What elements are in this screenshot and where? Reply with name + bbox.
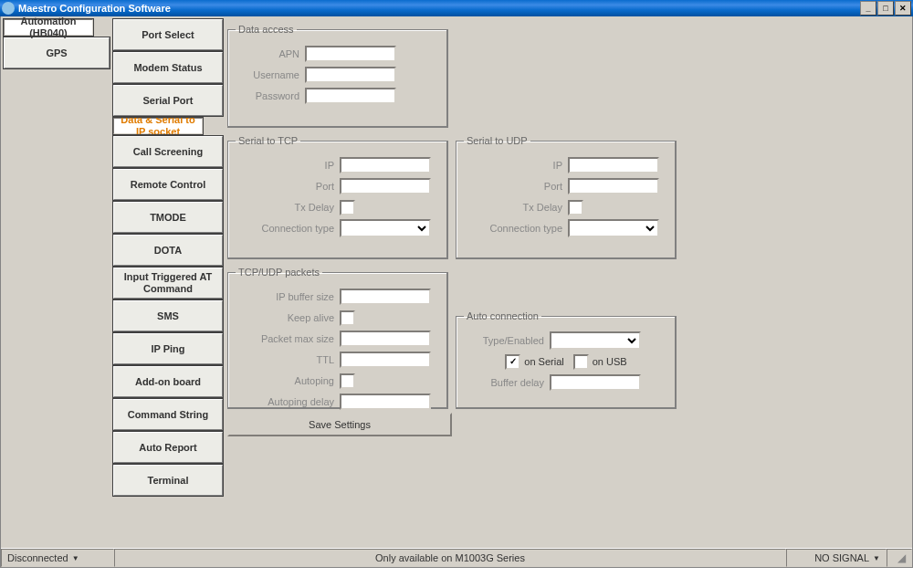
page-label: Auto Report bbox=[139, 442, 197, 454]
status-connection-text: Disconnected bbox=[7, 552, 68, 563]
page-port-select[interactable]: Port Select bbox=[112, 18, 224, 51]
resize-grip-icon[interactable]: ◢ bbox=[887, 549, 912, 567]
ttl-label: TTL bbox=[236, 354, 334, 365]
udp-ip-input[interactable] bbox=[568, 157, 659, 173]
page-call-screening[interactable]: Call Screening bbox=[112, 135, 224, 168]
page-dota[interactable]: DOTA bbox=[112, 234, 224, 267]
on-usb-checkbox[interactable] bbox=[573, 354, 589, 370]
ipbuf-label: IP buffer size bbox=[236, 291, 334, 302]
page-label: Modem Status bbox=[133, 62, 202, 74]
group-legend: TCP/UDP packets bbox=[236, 267, 322, 278]
page-label: Data & Serial to IP socket bbox=[118, 114, 198, 138]
password-input[interactable] bbox=[305, 88, 396, 104]
category-label: Automation (HB040) bbox=[8, 16, 89, 39]
udp-ip-label: IP bbox=[464, 160, 562, 171]
page-remote-control[interactable]: Remote Control bbox=[112, 168, 224, 201]
page-auto-report[interactable]: Auto Report bbox=[112, 431, 224, 464]
username-label: Username bbox=[236, 69, 299, 80]
tcp-port-label: Port bbox=[236, 181, 334, 192]
autoping-label: Autoping bbox=[236, 375, 334, 386]
autoping-checkbox[interactable] bbox=[340, 373, 355, 389]
minimize-button[interactable]: _ bbox=[860, 1, 876, 16]
pmax-label: Packet max size bbox=[236, 333, 334, 344]
group-tcp-udp-packets: TCP/UDP packets IP buffer size Keep aliv… bbox=[227, 267, 448, 409]
autoping-delay-input[interactable] bbox=[340, 394, 431, 410]
tcp-ctype-label: Connection type bbox=[236, 223, 334, 234]
tcp-ctype-select[interactable] bbox=[340, 219, 431, 237]
group-legend: Serial to UDP bbox=[464, 135, 530, 146]
category-column: Automation (HB040) GPS bbox=[3, 18, 110, 69]
udp-port-label: Port bbox=[464, 181, 562, 192]
tcp-ip-input[interactable] bbox=[340, 157, 431, 173]
group-legend: Serial to TCP bbox=[236, 135, 300, 146]
ipbuf-input[interactable] bbox=[340, 289, 431, 305]
chevron-down-icon: ▼ bbox=[72, 554, 79, 562]
page-label: SMS bbox=[157, 310, 179, 322]
page-label: Serial Port bbox=[142, 95, 193, 107]
group-legend: Data access bbox=[236, 24, 297, 35]
group-serial-to-udp: Serial to UDP IP Port Tx Delay Connectio… bbox=[456, 135, 677, 259]
page-modem-status[interactable]: Modem Status bbox=[112, 51, 224, 84]
page-serial-port[interactable]: Serial Port bbox=[112, 84, 224, 117]
buffer-delay-input[interactable] bbox=[550, 374, 641, 391]
auto-type-select[interactable] bbox=[550, 331, 641, 350]
category-label: GPS bbox=[46, 47, 67, 59]
page-command-string[interactable]: Command String bbox=[112, 398, 224, 431]
save-settings-button[interactable]: Save Settings bbox=[227, 413, 452, 436]
udp-txdelay-label: Tx Delay bbox=[464, 202, 562, 213]
on-usb-label: on USB bbox=[593, 356, 627, 367]
keepalive-label: Keep alive bbox=[236, 312, 334, 323]
on-serial-label: on Serial bbox=[524, 356, 563, 367]
close-button[interactable]: ✕ bbox=[895, 1, 911, 16]
password-label: Password bbox=[236, 90, 299, 101]
category-automation[interactable]: Automation (HB040) bbox=[3, 18, 94, 37]
category-gps[interactable]: GPS bbox=[3, 37, 110, 69]
group-data-access: Data access APN Username Password bbox=[227, 24, 448, 128]
page-ip-ping[interactable]: IP Ping bbox=[112, 332, 224, 365]
page-label: DOTA bbox=[154, 245, 182, 257]
page-label: Remote Control bbox=[131, 179, 206, 191]
ttl-input[interactable] bbox=[340, 352, 431, 368]
page-input-triggered[interactable]: Input Triggered AT Command bbox=[112, 267, 224, 299]
page-label: Input Triggered AT Command bbox=[118, 271, 218, 295]
tcp-txdelay-checkbox[interactable] bbox=[340, 200, 355, 215]
keepalive-checkbox[interactable] bbox=[340, 310, 355, 326]
maximize-button[interactable]: □ bbox=[877, 1, 894, 16]
app-icon bbox=[2, 2, 15, 15]
pmax-input[interactable] bbox=[340, 331, 431, 347]
apn-input[interactable] bbox=[305, 46, 396, 62]
main-panel: Data access APN Username Password Serial… bbox=[227, 18, 910, 565]
page-data-serial-ip[interactable]: Data & Serial to IP socket bbox=[112, 117, 204, 135]
tcp-port-input[interactable] bbox=[340, 178, 431, 194]
buffer-delay-label: Buffer delay bbox=[464, 377, 544, 388]
group-auto-connection: Auto connection Type/Enabled on Serial o… bbox=[456, 310, 677, 409]
page-sms[interactable]: SMS bbox=[112, 299, 224, 332]
page-label: Add-on board bbox=[135, 376, 201, 388]
apn-label: APN bbox=[236, 48, 299, 59]
udp-port-input[interactable] bbox=[568, 178, 659, 194]
page-terminal[interactable]: Terminal bbox=[112, 464, 224, 497]
title-bar: Maestro Configuration Software _ □ ✕ bbox=[0, 0, 913, 16]
group-legend: Auto connection bbox=[464, 310, 541, 321]
on-serial-checkbox[interactable] bbox=[505, 354, 520, 370]
group-serial-to-tcp: Serial to TCP IP Port Tx Delay Connectio… bbox=[227, 135, 448, 259]
status-signal[interactable]: NO SIGNAL ▼ bbox=[786, 549, 887, 567]
auto-type-label: Type/Enabled bbox=[464, 335, 544, 346]
page-label: Command String bbox=[128, 409, 209, 421]
status-message-text: Only available on M1003G Series bbox=[375, 552, 525, 563]
udp-ctype-select[interactable] bbox=[568, 219, 659, 237]
page-addon-board[interactable]: Add-on board bbox=[112, 365, 224, 398]
page-label: Port Select bbox=[142, 29, 194, 41]
page-tmode[interactable]: TMODE bbox=[112, 201, 224, 234]
window-title: Maestro Configuration Software bbox=[18, 3, 171, 14]
status-signal-text: NO SIGNAL bbox=[814, 552, 869, 563]
udp-txdelay-checkbox[interactable] bbox=[568, 200, 583, 215]
status-bar: Disconnected ▼ Only available on M1003G … bbox=[1, 548, 912, 567]
udp-ctype-label: Connection type bbox=[464, 223, 562, 234]
username-input[interactable] bbox=[305, 67, 396, 83]
page-label: IP Ping bbox=[151, 343, 184, 355]
status-connection[interactable]: Disconnected ▼ bbox=[1, 549, 114, 567]
tcp-ip-label: IP bbox=[236, 160, 334, 171]
chevron-down-icon: ▼ bbox=[873, 554, 880, 562]
save-label: Save Settings bbox=[309, 419, 371, 430]
